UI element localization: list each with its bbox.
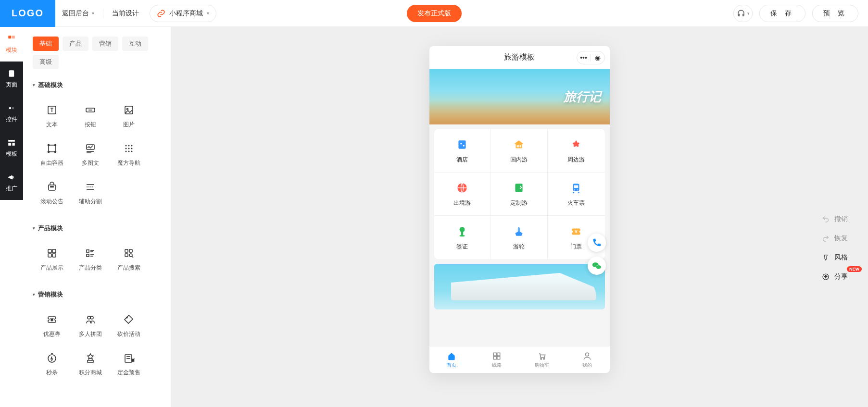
nav-nearby[interactable]: 周边游 [548, 129, 604, 173]
tab-mine[interactable]: 我的 [565, 346, 610, 373]
phone-preview[interactable]: 旅游模板 ••• ◉ 旅行记 酒店 国内游 周边游 出境游 定制游 火车票 签证… [429, 46, 610, 373]
right-tools: 撤销 恢复 风格 分享NEW [810, 210, 868, 286]
rail-templates[interactable]: 模板 [0, 131, 23, 165]
svg-point-86 [585, 353, 589, 356]
svg-point-16 [48, 151, 50, 152]
target-icon[interactable]: ◉ [591, 51, 604, 64]
module-group-buy[interactable]: 多人拼团 [71, 307, 110, 345]
module-points-mall[interactable]: 积分商城 [71, 345, 110, 383]
rail-promote[interactable]: 推广 [0, 165, 23, 200]
svg-point-27 [126, 150, 127, 152]
canvas-area: 旅游模板 ••• ◉ 旅行记 酒店 国内游 周边游 出境游 定制游 火车票 签证… [171, 27, 868, 407]
svg-rect-64 [518, 145, 519, 147]
module-coupon[interactable]: ¥优惠券 [33, 307, 71, 345]
tab-marketing[interactable]: 营销 [92, 37, 118, 51]
section-basic: 基础模块 [33, 81, 161, 89]
phone-title: 旅游模板 [504, 52, 535, 62]
svg-rect-34 [48, 249, 51, 253]
svg-point-85 [543, 358, 545, 359]
banner-title: 旅行记 [564, 88, 601, 105]
tab-advanced[interactable]: 高级 [33, 55, 59, 69]
phone-header-actions: ••• ◉ [577, 51, 605, 64]
module-bargain[interactable]: 砍价活动 [110, 307, 148, 345]
nav-cruise[interactable]: 游轮 [491, 216, 548, 259]
module-product-category[interactable]: 产品分类 [71, 240, 110, 279]
svg-rect-38 [87, 250, 89, 252]
svg-point-70 [574, 189, 575, 190]
phone-bubble[interactable] [588, 234, 606, 252]
logo: LOGO [0, 0, 55, 27]
link-icon [157, 9, 165, 18]
nav-visa[interactable]: 签证 [434, 216, 491, 259]
svg-point-3 [9, 107, 12, 109]
promo-banner[interactable] [434, 264, 605, 309]
section-product: 产品模块 [33, 224, 161, 233]
nav-train[interactable]: 火车票 [548, 173, 604, 216]
preview-button[interactable]: 预 览 [812, 5, 858, 22]
module-scroll-notice[interactable]: 滚动公告 [33, 174, 71, 212]
svg-rect-35 [52, 249, 56, 253]
module-product-display[interactable]: 产品展示 [33, 240, 71, 279]
share-button[interactable]: 分享NEW [822, 267, 856, 286]
module-deposit-presale[interactable]: ¥定金预售 [110, 345, 148, 383]
svg-point-4 [12, 107, 14, 109]
module-image[interactable]: 图片 [110, 97, 148, 136]
module-free-container[interactable]: 自由容器 [33, 136, 71, 174]
nav-outbound[interactable]: 出境游 [434, 173, 491, 216]
phone-header: 旅游模板 ••• ◉ [429, 46, 610, 69]
svg-rect-44 [125, 249, 128, 252]
module-magic-nav[interactable]: 魔方导航 [110, 136, 148, 174]
svg-point-71 [577, 189, 578, 190]
section-marketing: 营销模块 [33, 290, 161, 299]
nav-domestic[interactable]: 国内游 [491, 129, 548, 173]
svg-point-29 [131, 150, 133, 152]
nav-hotel[interactable]: 酒店 [434, 129, 491, 173]
svg-point-28 [128, 150, 130, 152]
tab-routes[interactable]: 线路 [474, 346, 519, 373]
svg-line-73 [579, 192, 579, 193]
tab-basic[interactable]: 基础 [33, 37, 59, 51]
new-badge: NEW [847, 266, 862, 272]
rail-modules[interactable]: 模块 [0, 27, 23, 62]
svg-point-51 [90, 316, 93, 319]
svg-point-21 [126, 145, 127, 146]
redo-button[interactable]: 恢复 [822, 229, 856, 248]
back-to-admin[interactable]: 返回后台▾ [55, 5, 101, 22]
svg-rect-5 [8, 140, 15, 142]
module-product-search[interactable]: 产品搜索 [110, 240, 148, 279]
banner[interactable]: 旅行记 [429, 69, 610, 124]
svg-rect-1 [12, 36, 15, 38]
tab-interactive[interactable]: 互动 [122, 37, 148, 51]
svg-rect-13 [49, 145, 55, 152]
publish-button[interactable]: 发布正式版 [407, 5, 462, 22]
category-tabs: 基础 产品 营销 互动 高级 [33, 37, 161, 69]
wechat-bubble[interactable] [588, 257, 606, 275]
tab-cart[interactable]: 购物车 [519, 346, 565, 373]
svg-rect-69 [574, 185, 579, 188]
tab-product[interactable]: 产品 [63, 37, 88, 51]
phone-body[interactable]: 旅行记 酒店 国内游 周边游 出境游 定制游 火车票 签证 游轮 ¥门票 [429, 69, 610, 346]
tab-home[interactable]: 首页 [429, 346, 475, 373]
module-button[interactable]: 按钮 [71, 97, 110, 136]
svg-point-26 [131, 148, 133, 149]
module-seckill[interactable]: 秒杀 [33, 345, 71, 383]
more-icon[interactable]: ••• [577, 51, 591, 64]
svg-rect-6 [8, 143, 11, 146]
svg-text:¥: ¥ [131, 358, 135, 363]
design-selector[interactable]: 小程序商城 ▾ [150, 5, 216, 22]
rail-pages[interactable]: 页面 [0, 62, 23, 96]
save-button[interactable]: 保 存 [759, 5, 805, 22]
svg-text:¥: ¥ [50, 318, 53, 322]
style-button[interactable]: 风格 [822, 248, 856, 267]
module-assist-divider[interactable]: 辅助分割 [71, 174, 110, 212]
rail-widgets[interactable]: 控件 [0, 96, 23, 131]
module-multi-image-text[interactable]: 多图文 [71, 136, 110, 174]
svg-point-17 [55, 151, 56, 152]
nav-custom[interactable]: 定制游 [491, 173, 548, 216]
chevron-down-icon: ▾ [747, 11, 750, 16]
support-button[interactable]: ▾ [733, 5, 753, 22]
module-text[interactable]: 文本 [33, 97, 71, 136]
svg-rect-37 [52, 254, 56, 257]
svg-point-88 [596, 265, 601, 269]
undo-button[interactable]: 撤销 [822, 210, 856, 229]
